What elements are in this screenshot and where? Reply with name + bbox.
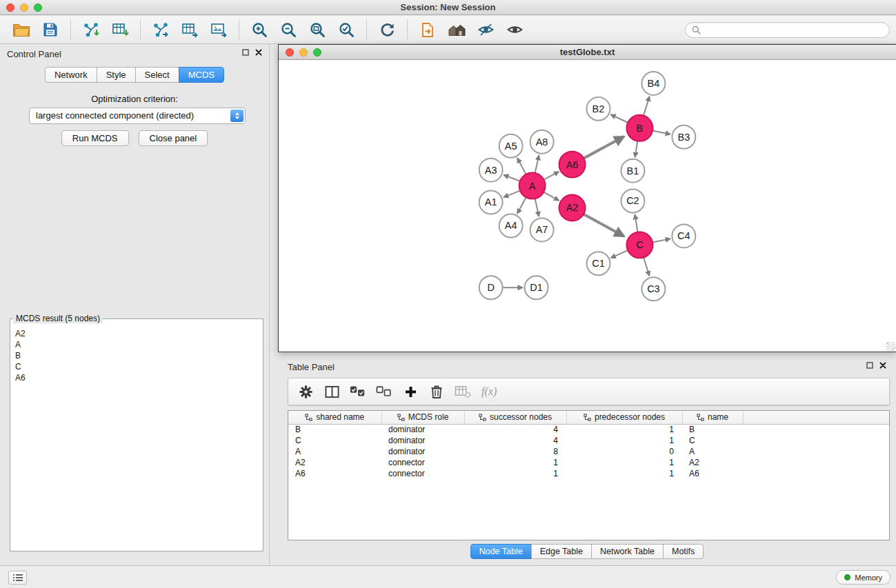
result-item-a[interactable]: A [15,339,258,350]
minimize-window-button[interactable] [20,3,28,12]
gear-button[interactable] [294,381,317,403]
zoom-out-button[interactable] [274,17,303,42]
edge-B-B3[interactable] [653,131,670,134]
edge-B-B1[interactable] [635,141,638,156]
table-row-a[interactable]: Adominator80A [288,446,889,457]
node-A1[interactable]: A1 [479,191,503,214]
table-row-c[interactable]: Cdominator41C [288,435,889,446]
close-panel-x-button[interactable] [255,49,262,56]
edge-A-A1[interactable] [504,191,520,197]
node-C3[interactable]: C3 [641,277,665,301]
run-mcds-button[interactable]: Run MCDS [61,130,129,146]
node-A8[interactable]: A8 [530,130,554,154]
node-A7[interactable]: A7 [530,218,554,241]
edge-C-C1[interactable] [611,250,628,258]
search-input[interactable] [704,25,883,35]
node-B1[interactable]: B1 [621,159,644,183]
edge-A-A7[interactable] [535,199,539,216]
float-table-panel-button[interactable] [866,362,873,369]
edge-B-B2[interactable] [611,114,628,122]
node-A[interactable]: A [519,173,546,199]
tab-mcds[interactable]: MCDS [179,67,224,83]
edge-A-A2[interactable] [544,192,559,201]
tab-style[interactable]: Style [97,67,136,83]
refresh-button[interactable] [372,17,401,42]
table-row-b[interactable]: Bdominator41B [288,424,889,435]
network-close-button[interactable] [286,48,294,57]
tab-node-table[interactable]: Node Table [470,544,532,559]
resize-grip[interactable] [886,342,895,351]
plus-button[interactable] [399,381,422,403]
edge-C-C4[interactable] [653,239,670,242]
edge-C-C3[interactable] [644,257,649,276]
table-row-a2[interactable]: A2connector11A2 [288,457,889,468]
node-A5[interactable]: A5 [499,134,523,158]
edge-A6-B[interactable] [584,136,624,159]
edge-A-A8[interactable] [535,155,539,173]
open-document-button[interactable] [413,17,442,42]
node-A4[interactable]: A4 [499,214,523,237]
column-header-successor-nodes[interactable]: successor nodes [464,411,566,424]
zoom-in-button[interactable] [245,17,274,42]
close-panel-button[interactable]: Close panel [139,130,208,146]
node-B4[interactable]: B4 [641,72,665,95]
column-header-MCDS-role[interactable]: MCDS role [381,411,464,424]
edge-A-A3[interactable] [504,175,520,181]
column-header-shared-name[interactable]: shared name [288,411,381,424]
export-network-button[interactable] [146,17,175,42]
import-table-button[interactable] [106,17,135,42]
node-A6[interactable]: A6 [559,152,586,178]
edge-C-C2[interactable] [635,214,638,232]
node-A2[interactable]: A2 [559,195,586,221]
edge-A-A6[interactable] [544,172,559,180]
node-B[interactable]: B [626,115,653,141]
network-canvas[interactable]: B4B2BB3A8A5A6A3B1AC2A1A2A4A7C4CC1C3DD1 [279,61,896,352]
tab-select[interactable]: Select [135,67,179,83]
tab-motifs[interactable]: Motifs [663,544,704,559]
network-minimize-button[interactable] [299,48,308,57]
node-C1[interactable]: C1 [587,252,610,275]
column-header-predecessor-nodes[interactable]: predecessor nodes [566,411,682,424]
result-item-a6[interactable]: A6 [15,372,258,383]
float-panel-button[interactable] [242,49,249,56]
import-network-button[interactable] [77,17,106,42]
save-session-button[interactable] [36,17,65,42]
node-D1[interactable]: D1 [525,276,548,299]
network-zoom-button[interactable] [313,48,321,57]
node-C4[interactable]: C4 [672,224,695,247]
node-C2[interactable]: C2 [621,190,644,213]
memory-button[interactable]: Memory [836,570,890,585]
tab-network[interactable]: Network [45,67,97,83]
table-row-a6[interactable]: A6connector11A6 [288,468,889,479]
deselect-all-button[interactable] [372,381,396,403]
result-item-b[interactable]: B [15,350,258,361]
zoom-selected-button[interactable] [332,17,361,42]
edge-A-A4[interactable] [517,197,526,214]
node-C[interactable]: C [626,232,653,258]
trash-button[interactable] [425,381,448,403]
mcds-result-list[interactable]: A2ABCA6 [12,327,261,549]
zoom-fit-button[interactable] [303,17,332,42]
network-window-titlebar[interactable]: testGlobe.txt [279,45,896,60]
tab-edge-table[interactable]: Edge Table [531,544,592,559]
select-all-button[interactable] [346,381,370,403]
hide-graphics-button[interactable] [471,17,500,42]
result-item-c[interactable]: C [15,361,258,372]
export-table-button[interactable] [175,17,204,42]
result-item-a2[interactable]: A2 [15,328,258,339]
close-table-panel-button[interactable] [879,362,886,369]
close-window-button[interactable] [6,3,14,12]
open-session-button[interactable] [7,17,36,42]
node-B3[interactable]: B3 [672,125,695,149]
home-button[interactable] [442,17,471,42]
columns-button[interactable] [320,381,344,403]
task-history-button[interactable] [8,571,27,585]
function-builder-button[interactable]: f(x) [481,385,497,398]
show-graphics-button[interactable] [500,17,529,42]
node-A3[interactable]: A3 [479,159,503,182]
node-D[interactable]: D [479,276,503,299]
optimization-dropdown[interactable]: largest connected component (directed) [29,108,246,124]
edge-A2-C[interactable] [584,214,624,236]
zoom-window-button[interactable] [34,3,42,12]
edge-B-B4[interactable] [644,97,650,116]
